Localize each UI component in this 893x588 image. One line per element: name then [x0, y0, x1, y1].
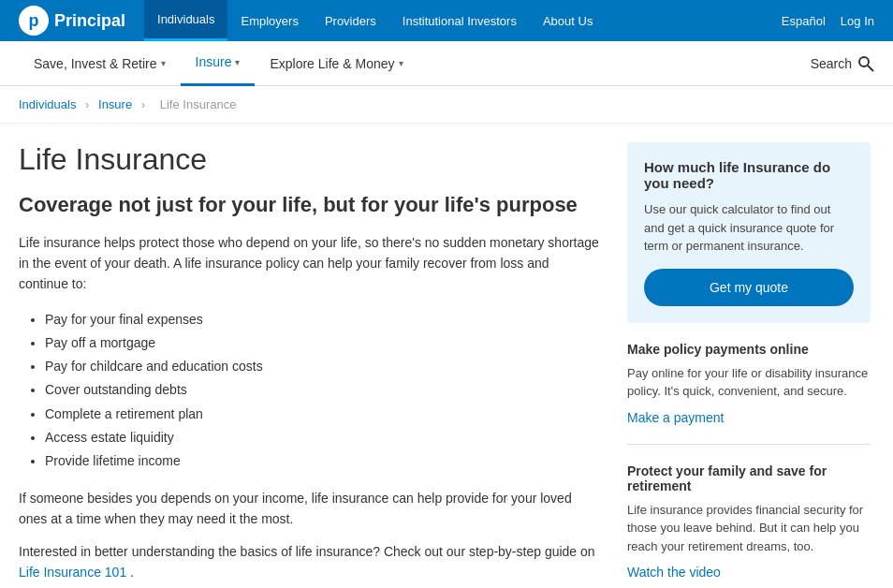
sidebar-section-retirement-text: Life insurance provides financial securi…	[627, 501, 871, 556]
get-quote-button[interactable]: Get my quote	[644, 269, 854, 306]
sidebar-section-retirement-title: Protect your family and save for retirem…	[627, 463, 871, 493]
sidebar-section-payment-title: Make policy payments online	[627, 342, 871, 357]
search-area[interactable]: Search	[811, 55, 874, 72]
logo[interactable]: p Principal	[19, 6, 125, 36]
nav-insure-label: Insure	[196, 54, 232, 69]
list-item: Pay for your final expenses	[45, 308, 599, 331]
top-nav-about[interactable]: About Us	[530, 0, 606, 41]
page-subtitle: Coverage not just for your life, but for…	[19, 192, 599, 219]
nav-save-invest-label: Save, Invest & Retire	[34, 56, 157, 71]
logo-circle: p	[19, 6, 49, 36]
main-content: Life Insurance Coverage not just for you…	[0, 124, 893, 588]
top-nav-institutional[interactable]: Institutional Investors	[389, 0, 530, 41]
quote-box: How much life Insurance do you need? Use…	[627, 142, 871, 323]
list-item: Cover outstanding debts	[45, 378, 599, 402]
nav-explore-label: Explore Life & Money	[270, 56, 394, 71]
top-nav-providers[interactable]: Providers	[312, 0, 389, 41]
quote-box-title: How much life Insurance do you need?	[644, 159, 854, 191]
chevron-down-icon: ▾	[399, 58, 403, 68]
login-link[interactable]: Log In	[841, 14, 874, 28]
svg-line-1	[868, 66, 873, 71]
nav-explore-life[interactable]: Explore Life & Money ▾	[255, 41, 417, 86]
top-nav-links: Individuals Employers Providers Institut…	[144, 0, 782, 41]
search-label: Search	[811, 56, 852, 71]
espanol-link[interactable]: Español	[782, 14, 826, 28]
logo-p-letter: p	[29, 11, 39, 31]
search-icon	[857, 55, 874, 72]
make-payment-link[interactable]: Make a payment	[627, 410, 725, 425]
page-title: Life Insurance	[19, 142, 599, 177]
top-nav-employers[interactable]: Employers	[227, 0, 311, 41]
chevron-down-icon: ▾	[161, 58, 166, 68]
breadcrumb: Individuals › Insure › Life Insurance	[0, 86, 893, 124]
life-insurance-101-link[interactable]: Life Insurance 101	[19, 565, 126, 580]
chevron-down-icon: ▾	[235, 57, 240, 67]
intro-text: Life insurance helps protect those who d…	[19, 232, 599, 295]
quote-box-text: Use our quick calculator to find out and…	[644, 200, 854, 256]
breadcrumb-individuals[interactable]: Individuals	[19, 97, 76, 111]
nav-save-invest[interactable]: Save, Invest & Retire ▾	[19, 41, 181, 86]
logo-text: Principal	[54, 11, 125, 31]
bullet-list: Pay for your final expenses Pay off a mo…	[19, 308, 599, 473]
body-text-2-end: .	[130, 565, 134, 580]
list-item: Provide lifetime income	[45, 449, 599, 473]
list-item: Pay for childcare and education costs	[45, 355, 599, 378]
body-text-1: If someone besides you depends on your i…	[19, 488, 599, 530]
list-item: Complete a retirement plan	[45, 403, 599, 426]
secondary-nav-links: Save, Invest & Retire ▾ Insure ▾ Explore…	[19, 41, 811, 86]
list-item: Access estate liquidity	[45, 426, 599, 449]
content-left: Life Insurance Coverage not just for you…	[19, 142, 599, 588]
secondary-navigation: Save, Invest & Retire ▾ Insure ▾ Explore…	[0, 41, 893, 86]
svg-point-0	[859, 57, 869, 66]
content-right: How much life Insurance do you need? Use…	[627, 142, 871, 588]
top-nav-right: Español Log In	[782, 14, 874, 28]
watch-video-link[interactable]: Watch the video	[627, 565, 721, 580]
body-text-2-start: Interested in better understanding the b…	[19, 544, 595, 559]
nav-insure[interactable]: Insure ▾	[181, 41, 256, 86]
breadcrumb-current: Life Insurance	[160, 97, 237, 111]
list-item: Pay off a mortgage	[45, 331, 599, 355]
body-text-2: Interested in better understanding the b…	[19, 541, 599, 583]
breadcrumb-separator-1: ›	[85, 97, 93, 111]
top-navigation: p Principal Individuals Employers Provid…	[0, 0, 893, 41]
top-nav-individuals[interactable]: Individuals	[144, 0, 227, 41]
sidebar-section-retirement: Protect your family and save for retirem…	[627, 463, 871, 589]
sidebar-section-payment: Make policy payments online Pay online f…	[627, 342, 871, 445]
breadcrumb-separator-2: ›	[141, 97, 149, 111]
breadcrumb-insure[interactable]: Insure	[98, 97, 132, 111]
sidebar-section-payment-text: Pay online for your life or disability i…	[627, 364, 871, 401]
